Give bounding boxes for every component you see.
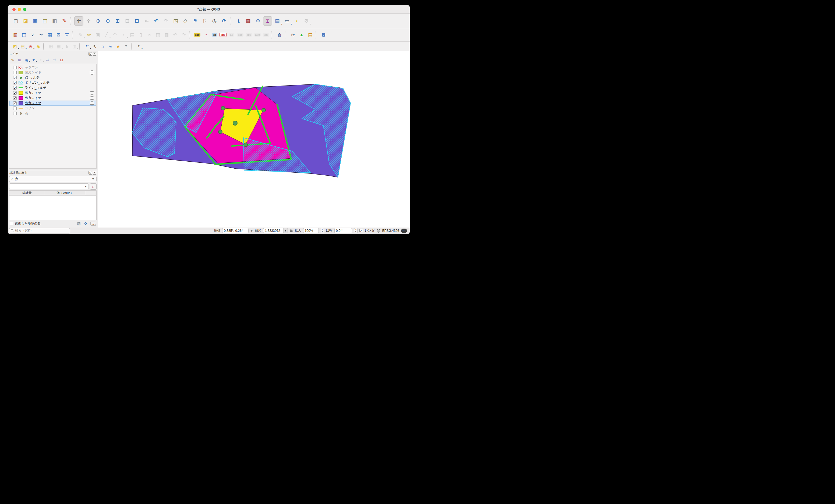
layer-visibility-checkbox[interactable]: ✓ bbox=[13, 76, 17, 79]
map-canvas[interactable] bbox=[98, 51, 410, 227]
new-spatial-bookmark[interactable]: ⚑ bbox=[190, 16, 200, 25]
recalculate-statistics[interactable]: ⟳ bbox=[83, 220, 89, 227]
new-map-view[interactable]: ◳ bbox=[171, 16, 180, 25]
style-manager[interactable]: ✎ bbox=[60, 16, 69, 25]
close-panel-icon[interactable]: ✕ bbox=[93, 52, 96, 56]
metasearch[interactable]: ◍ bbox=[276, 31, 284, 39]
toggle-editing[interactable]: ✏ bbox=[85, 31, 93, 39]
select-features[interactable]: ◩▾ bbox=[11, 43, 19, 50]
select-within-distance[interactable]: ◉ bbox=[35, 43, 42, 50]
float-panel-icon[interactable]: ⊡ bbox=[88, 171, 92, 174]
layer-item[interactable]: ライン bbox=[9, 106, 96, 111]
crs-globe-icon[interactable] bbox=[376, 229, 380, 233]
layer-visibility-checkbox[interactable]: ✓ bbox=[13, 91, 17, 94]
memory-layer-icon[interactable] bbox=[90, 97, 94, 100]
expand-all[interactable]: ⇊ bbox=[45, 57, 50, 63]
layer-visibility-checkbox[interactable] bbox=[13, 71, 17, 74]
layer-visibility-checkbox[interactable]: ✓ bbox=[13, 81, 17, 84]
add-group[interactable]: ⊞ bbox=[17, 57, 23, 63]
zoom-in[interactable]: ⊕ bbox=[94, 16, 103, 25]
new-temporary-scratch-layer[interactable]: ▦ bbox=[46, 31, 54, 39]
open-data-source-manager[interactable]: ▧ bbox=[11, 31, 19, 39]
show-layout-manager[interactable]: ◧ bbox=[50, 16, 59, 25]
polygon-annotation[interactable]: ⌂ bbox=[99, 43, 106, 50]
zoom-full-extent[interactable]: ⊞ bbox=[113, 16, 122, 25]
field-calculator[interactable]: ▦ bbox=[244, 16, 253, 25]
deselect-features[interactable]: ⊘▾ bbox=[27, 43, 34, 50]
text-annotation[interactable]: T bbox=[122, 43, 130, 50]
layer-item[interactable]: ✓点_マルチ bbox=[9, 75, 96, 80]
settings-gear[interactable]: ⚙ bbox=[253, 16, 263, 25]
help[interactable]: ? bbox=[320, 31, 328, 39]
collapse-all[interactable]: ⇈ bbox=[52, 57, 58, 63]
lock-scale-icon[interactable] bbox=[290, 229, 293, 232]
attribute-table[interactable]: ▤▾ bbox=[273, 16, 282, 25]
topology-checker-plugin[interactable]: ▤ bbox=[306, 31, 314, 39]
identify-features[interactable]: ℹ bbox=[234, 16, 243, 25]
select-features-by-value[interactable]: ▤▾ bbox=[19, 43, 26, 50]
statistics-column-header[interactable]: 統計量 bbox=[9, 191, 45, 195]
layer-item[interactable]: ✓出力レイヤ bbox=[9, 90, 96, 96]
coordinate-input[interactable] bbox=[222, 228, 248, 233]
python-console[interactable]: Py bbox=[289, 31, 297, 39]
map-tips[interactable]: ◖ bbox=[292, 16, 301, 25]
temporal-controller[interactable]: ◷ bbox=[210, 16, 219, 25]
new-print-layout[interactable]: ◫ bbox=[40, 16, 49, 25]
open-layer-styling-panel[interactable]: ✎ bbox=[10, 57, 16, 63]
save-project[interactable]: ▣ bbox=[30, 16, 40, 25]
pin-labels[interactable]: ab bbox=[210, 31, 219, 39]
copy-statistics[interactable]: ▧ bbox=[76, 220, 82, 227]
new-mesh-layer[interactable]: ▽ bbox=[63, 31, 71, 39]
value-column-header[interactable]: 値（Value） bbox=[45, 191, 85, 195]
pan-map[interactable]: ✛ bbox=[74, 16, 83, 25]
rotation-input[interactable] bbox=[334, 228, 352, 233]
layer-visibility-checkbox[interactable] bbox=[13, 112, 17, 115]
extents-toggle-icon[interactable]: ⌖ bbox=[250, 228, 252, 233]
layer-item[interactable]: ✓ライン_マルチ bbox=[9, 85, 96, 90]
zoom-to-layer[interactable]: ⊟ bbox=[133, 16, 142, 25]
new-shapefile-layer[interactable]: ⋎ bbox=[28, 31, 37, 39]
filter-legend[interactable]: ▼▾ bbox=[30, 57, 37, 63]
layer-item[interactable]: ✓出力レイヤ bbox=[9, 101, 96, 106]
crs-value[interactable]: EPSG:4326 bbox=[382, 229, 399, 233]
layer-item[interactable]: ポリゴン bbox=[9, 65, 96, 70]
layer-labeling[interactable]: abc bbox=[193, 31, 201, 39]
layer-item[interactable]: ✓出力レイヤ bbox=[9, 96, 96, 101]
rotation-stepper[interactable]: ▲▼ bbox=[354, 228, 358, 233]
render-checkbox[interactable]: ✓ bbox=[360, 229, 363, 232]
layer-visibility-checkbox[interactable]: ✓ bbox=[13, 96, 17, 100]
magnifier-input[interactable] bbox=[303, 228, 319, 233]
new-spatialite-layer[interactable]: ✒ bbox=[37, 31, 45, 39]
new-3d-map-view[interactable]: ◇ bbox=[181, 16, 190, 25]
refresh-map[interactable]: ⟳ bbox=[220, 16, 229, 25]
show-spatial-bookmarks[interactable]: ⚐ bbox=[200, 16, 209, 25]
statistics-options[interactable]: …▾ bbox=[90, 220, 96, 227]
highlight-pinned-labels[interactable]: abc bbox=[219, 31, 227, 39]
zoom-last[interactable]: ↶ bbox=[152, 16, 161, 25]
magnifier-stepper[interactable]: ▲▼ bbox=[321, 228, 324, 233]
modify-annotations[interactable]: ↖ bbox=[91, 43, 99, 50]
memory-layer-icon[interactable] bbox=[90, 91, 94, 94]
layer-visibility-checkbox[interactable]: ✓ bbox=[13, 101, 17, 105]
layer-item[interactable]: ✓ポリゴン_マルチ bbox=[9, 80, 96, 85]
new-virtual-layer[interactable]: ⊠ bbox=[54, 31, 62, 39]
close-panel-icon[interactable]: ✕ bbox=[93, 171, 96, 174]
measure[interactable]: ▭▾ bbox=[283, 16, 291, 25]
memory-layer-icon[interactable] bbox=[90, 71, 94, 74]
only-selected-checkbox[interactable] bbox=[10, 222, 13, 225]
layer-visibility-checkbox[interactable] bbox=[13, 66, 17, 69]
scale-combo[interactable]: 1:3333072 ▼ bbox=[263, 228, 288, 233]
search-input[interactable]: 検索（⌘K） bbox=[9, 228, 70, 233]
new-project[interactable]: ▢ bbox=[11, 16, 20, 25]
open-project[interactable]: ◪ bbox=[21, 16, 30, 25]
marker-annotation[interactable]: ★ bbox=[115, 43, 122, 50]
messages-icon[interactable]: ⋯ bbox=[401, 229, 407, 233]
statistical-summary[interactable]: Σ bbox=[263, 16, 272, 25]
expression-builder-button[interactable]: ε bbox=[90, 184, 97, 190]
layer-item[interactable]: 点 bbox=[9, 111, 96, 116]
zoom-out[interactable]: ⊖ bbox=[103, 16, 113, 25]
new-annotation-layer[interactable]: A*▾ bbox=[83, 43, 91, 50]
line-annotation[interactable]: ∿ bbox=[107, 43, 114, 50]
float-panel-icon[interactable]: ⊡ bbox=[88, 52, 92, 56]
layer-visibility-checkbox[interactable] bbox=[13, 106, 17, 110]
